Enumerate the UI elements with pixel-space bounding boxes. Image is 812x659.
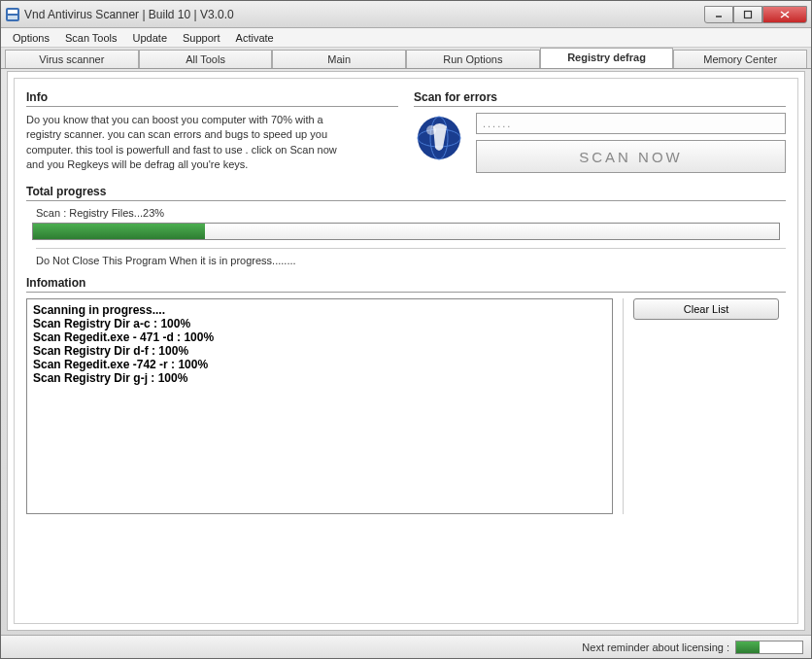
- tab-main[interactable]: Main: [272, 50, 406, 68]
- menu-scan-tools[interactable]: Scan Tools: [57, 30, 125, 46]
- log-line: Scan Registry Dir d-f : 100%: [33, 344, 606, 358]
- scan-title: Scan for errors: [414, 90, 786, 107]
- log-line: Scan Regedit.exe - 471 -d : 100%: [33, 330, 606, 344]
- log-line: Scan Regedit.exe -742 -r : 100%: [33, 358, 606, 371]
- tab-virus-scanner[interactable]: Virus scanner: [5, 50, 139, 68]
- inner-panel: Info Do you know that you can boost you …: [14, 78, 798, 624]
- log-line: Scan Registry Dir a-c : 100%: [33, 317, 606, 330]
- menu-activate[interactable]: Activate: [228, 30, 282, 46]
- progress-group: Total progress Scan : Registry Files...2…: [26, 185, 786, 266]
- globe-icon: [414, 113, 464, 163]
- log-sidecol: Clear List: [623, 298, 786, 514]
- app-icon: [5, 7, 20, 22]
- content-panel: Info Do you know that you can boost you …: [7, 71, 805, 631]
- top-row: Info Do you know that you can boost you …: [26, 90, 786, 173]
- svg-rect-4: [745, 11, 752, 17]
- progress-note: Do Not Close This Program When it is in …: [36, 248, 786, 266]
- progress-fill: [33, 224, 205, 239]
- log-group: Infomation Scanning in progress.... Scan…: [26, 276, 786, 514]
- tab-memory-center[interactable]: Memory Center: [673, 50, 807, 68]
- log-line: Scan Registry Dir g-j : 100%: [33, 371, 606, 385]
- info-group: Info Do you know that you can boost you …: [26, 90, 398, 173]
- status-progress: [735, 641, 803, 654]
- svg-point-10: [426, 125, 436, 135]
- titlebar[interactable]: Vnd Antivirus Scanner | Build 10 | V3.0.…: [1, 1, 811, 28]
- svg-rect-1: [8, 10, 17, 14]
- menubar: Options Scan Tools Update Support Activa…: [1, 28, 811, 48]
- menu-options[interactable]: Options: [5, 30, 57, 46]
- close-button[interactable]: [762, 6, 807, 23]
- tab-run-options[interactable]: Run Options: [406, 50, 540, 68]
- log-line: Scanning in progress....: [33, 303, 606, 317]
- menu-update[interactable]: Update: [125, 30, 175, 46]
- clear-list-button[interactable]: Clear List: [633, 298, 779, 320]
- tab-all-tools[interactable]: All Tools: [139, 50, 273, 68]
- progress-bar: [32, 223, 780, 240]
- maximize-button[interactable]: [733, 6, 762, 23]
- info-title: Info: [26, 90, 398, 107]
- app-window: Vnd Antivirus Scanner | Build 10 | V3.0.…: [0, 0, 812, 659]
- scan-now-button[interactable]: SCAN NOW: [476, 140, 786, 173]
- info-text: Do you know that you can boost you compu…: [26, 113, 337, 173]
- window-title: Vnd Antivirus Scanner | Build 10 | V3.0.…: [24, 8, 704, 21]
- menu-support[interactable]: Support: [175, 30, 228, 46]
- statusbar: Next reminder about licensing :: [1, 635, 811, 658]
- minimize-button[interactable]: [704, 6, 733, 23]
- log-box[interactable]: Scanning in progress.... Scan Registry D…: [26, 298, 613, 514]
- scan-status-label: ......: [476, 113, 786, 134]
- status-fill: [736, 642, 760, 653]
- progress-label: Scan : Registry Files...23%: [36, 207, 786, 219]
- status-label: Next reminder about licensing :: [582, 642, 729, 653]
- tab-registry-defrag[interactable]: Registry defrag: [540, 48, 674, 68]
- tabstrip: Virus scanner All Tools Main Run Options…: [1, 48, 811, 69]
- window-controls: [704, 6, 807, 23]
- scan-group: Scan for errors ...... SCAN NOW: [414, 90, 786, 173]
- log-title: Infomation: [26, 276, 786, 293]
- progress-title: Total progress: [26, 185, 786, 201]
- svg-rect-2: [8, 16, 17, 19]
